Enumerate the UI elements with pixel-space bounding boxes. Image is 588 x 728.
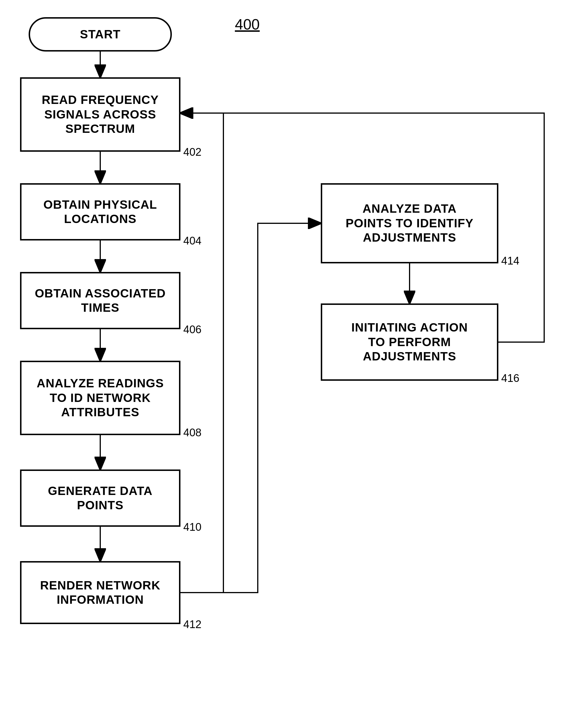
node-404: OBTAIN PHYSICALLOCATIONS — [20, 183, 181, 240]
ref-406: 406 — [183, 323, 201, 336]
diagram-title: 400 — [235, 16, 260, 33]
node-410: GENERATE DATAPOINTS — [20, 470, 181, 527]
node-412: RENDER NETWORKINFORMATION — [20, 561, 181, 624]
ref-412: 412 — [183, 618, 201, 631]
ref-410: 410 — [183, 521, 201, 533]
ref-416: 416 — [501, 372, 519, 384]
node-402: READ FREQUENCYSIGNALS ACROSSSPECTRUM — [20, 77, 181, 152]
node-414: ANALYZE DATAPOINTS TO IDENTIFYADJUSTMENT… — [321, 183, 498, 263]
ref-402: 402 — [183, 146, 201, 158]
ref-408: 408 — [183, 427, 201, 439]
flowchart-diagram: 400 START READ FREQUENCYSIGNALS ACROSSSP… — [0, 0, 588, 728]
node-406: OBTAIN ASSOCIATEDTIMES — [20, 272, 181, 329]
node-408: ANALYZE READINGSTO ID NETWORKATTRIBUTES — [20, 361, 181, 435]
node-416: INITIATING ACTIONTO PERFORMADJUSTMENTS — [321, 303, 498, 381]
ref-404: 404 — [183, 235, 201, 247]
ref-414: 414 — [501, 255, 519, 267]
node-start: START — [29, 17, 172, 51]
